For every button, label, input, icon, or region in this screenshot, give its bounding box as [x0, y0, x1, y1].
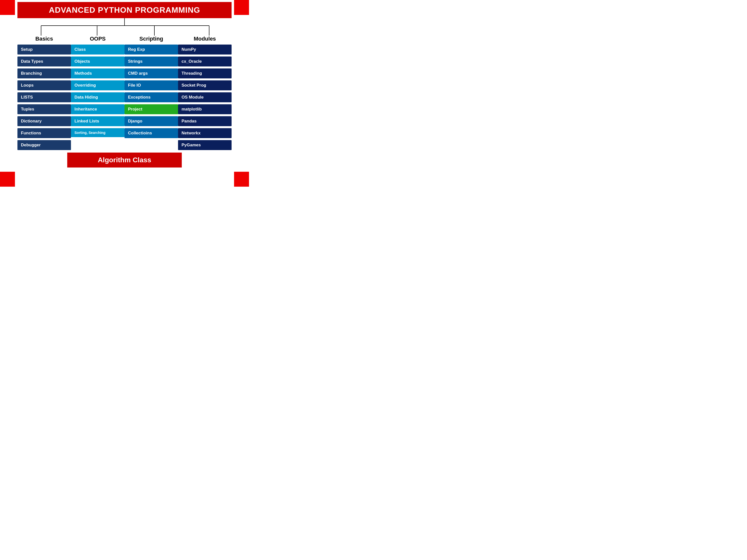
- scripting-item-strings[interactable]: Strings: [125, 56, 178, 66]
- column-headers: Basics OOPS Scripting Modules: [7, 35, 241, 42]
- scripting-item-exceptions[interactable]: Exceptions: [125, 92, 178, 102]
- basics-item-setup[interactable]: Setup: [18, 45, 71, 54]
- oops-item-inheritance[interactable]: Inheritance: [71, 104, 125, 114]
- basics-item-functions[interactable]: Functions: [18, 128, 71, 138]
- column-oops: Class Objects Methods Overriding Data Hi…: [71, 45, 125, 137]
- oops-item-linkedlists[interactable]: Linked Lists: [71, 116, 125, 126]
- scripting-item-cmdargs[interactable]: CMD args: [125, 69, 178, 78]
- scripting-item-django[interactable]: Django: [125, 116, 178, 126]
- corner-decoration-br: [234, 172, 249, 187]
- oops-item-objects[interactable]: Objects: [71, 56, 125, 66]
- basics-item-datatypes[interactable]: Data Types: [18, 56, 71, 66]
- scripting-item-regexp[interactable]: Reg Exp: [125, 45, 178, 54]
- modules-item-networkx[interactable]: Networkx: [178, 128, 232, 138]
- oops-item-sorting[interactable]: Sorting, Searching: [71, 128, 125, 137]
- basics-item-debugger[interactable]: Debugger: [18, 140, 71, 150]
- modules-item-osmodule[interactable]: OS Module: [178, 92, 232, 102]
- scripting-item-fileio[interactable]: File IO: [125, 80, 178, 90]
- modules-item-pandas[interactable]: Pandas: [178, 116, 232, 126]
- modules-item-numpy[interactable]: NumPy: [178, 45, 232, 54]
- modules-item-cxoracle[interactable]: cx_Oracle: [178, 56, 232, 66]
- corner-decoration-tl: [0, 0, 15, 15]
- header-basics: Basics: [18, 35, 71, 42]
- oops-item-methods[interactable]: Methods: [71, 69, 125, 78]
- header-oops: OOPS: [71, 35, 125, 42]
- modules-item-matplotlib[interactable]: matplotlib: [178, 104, 232, 114]
- basics-item-dictionary[interactable]: Dictionary: [18, 116, 71, 126]
- title-bar: ADVANCED PYTHON PROGRAMMING: [18, 2, 232, 18]
- oops-item-class[interactable]: Class: [71, 45, 125, 54]
- oops-item-overriding[interactable]: Overriding: [71, 80, 125, 90]
- content-grid: Setup Data Types Branching Loops LISTS T…: [7, 45, 241, 150]
- main-title: ADVANCED PYTHON PROGRAMMING: [20, 5, 229, 15]
- corner-decoration-tr: [234, 0, 249, 15]
- column-basics: Setup Data Types Branching Loops LISTS T…: [18, 45, 71, 150]
- column-modules: NumPy cx_Oracle Threading Socket Prog OS…: [178, 45, 232, 150]
- modules-item-pygame[interactable]: PyGames: [178, 140, 232, 150]
- algo-footer: Algorithm Class: [67, 153, 182, 167]
- corner-decoration-bl: [0, 172, 15, 187]
- basics-item-lists[interactable]: LISTS: [18, 92, 71, 102]
- basics-item-tuples[interactable]: Tuples: [18, 104, 71, 114]
- tree-connector-svg: [12, 18, 236, 35]
- modules-item-socketprog[interactable]: Socket Prog: [178, 80, 232, 90]
- modules-item-threading[interactable]: Threading: [178, 69, 232, 78]
- header-modules: Modules: [178, 35, 232, 42]
- scripting-item-collections[interactable]: Collectioins: [125, 128, 178, 138]
- basics-item-loops[interactable]: Loops: [18, 80, 71, 90]
- header-scripting: Scripting: [125, 35, 178, 42]
- algo-footer-text: Algorithm Class: [70, 156, 179, 164]
- column-scripting: Reg Exp Strings CMD args File IO Excepti…: [125, 45, 178, 138]
- oops-item-datahiding[interactable]: Data Hiding: [71, 92, 125, 102]
- basics-item-branching[interactable]: Branching: [18, 69, 71, 78]
- scripting-item-project[interactable]: Project: [125, 104, 178, 114]
